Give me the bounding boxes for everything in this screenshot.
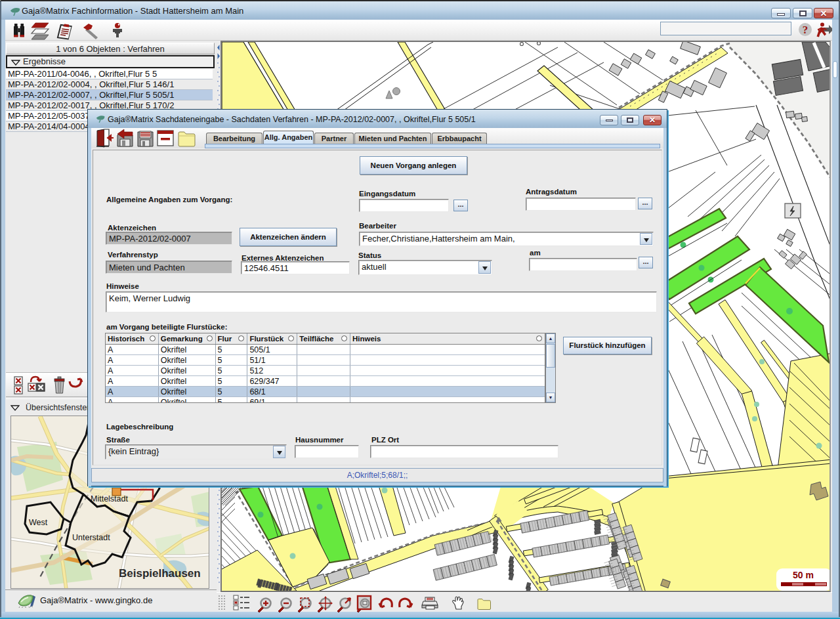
svg-text:?: ? — [803, 24, 808, 36]
svg-text:Mittelstadt: Mittelstadt — [91, 494, 128, 503]
svg-text:50 m: 50 m — [793, 570, 814, 580]
svg-text:West: West — [29, 518, 48, 527]
svg-text:Beispielhausen: Beispielhausen — [119, 567, 201, 580]
svg-text:Unterstadt: Unterstadt — [72, 533, 110, 542]
